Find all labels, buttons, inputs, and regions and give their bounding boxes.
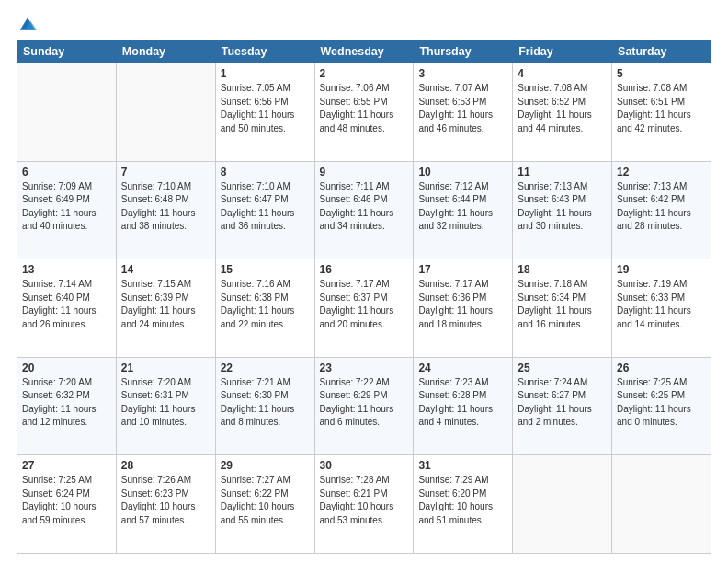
day-info: Sunrise: 7:28 AM Sunset: 6:21 PM Dayligh… — [320, 474, 409, 527]
calendar-page: SundayMondayTuesdayWednesdayThursdayFrid… — [0, 0, 728, 563]
calendar-cell: 15Sunrise: 7:16 AM Sunset: 6:38 PM Dayli… — [215, 259, 314, 358]
calendar-cell: 21Sunrise: 7:20 AM Sunset: 6:31 PM Dayli… — [116, 357, 215, 455]
calendar-header-row: SundayMondayTuesdayWednesdayThursdayFrid… — [17, 40, 711, 63]
calendar-cell: 8Sunrise: 7:10 AM Sunset: 6:47 PM Daylig… — [215, 161, 314, 259]
day-number: 1 — [221, 67, 310, 80]
calendar-table: SundayMondayTuesdayWednesdayThursdayFrid… — [17, 40, 711, 554]
day-number: 8 — [221, 166, 310, 178]
day-number: 14 — [121, 263, 210, 276]
calendar-cell: 16Sunrise: 7:17 AM Sunset: 6:37 PM Dayli… — [314, 259, 414, 358]
calendar-cell: 27Sunrise: 7:25 AM Sunset: 6:24 PM Dayli… — [17, 455, 117, 554]
calendar-cell: 10Sunrise: 7:12 AM Sunset: 6:44 PM Dayli… — [414, 161, 513, 259]
calendar-cell: 9Sunrise: 7:11 AM Sunset: 6:46 PM Daylig… — [314, 161, 414, 259]
day-info: Sunrise: 7:10 AM Sunset: 6:47 PM Dayligh… — [221, 180, 310, 234]
day-number: 23 — [320, 362, 409, 374]
day-info: Sunrise: 7:25 AM Sunset: 6:24 PM Dayligh… — [22, 474, 111, 527]
logo — [17, 15, 37, 32]
day-number: 3 — [418, 67, 507, 80]
day-number: 31 — [418, 459, 507, 472]
week-row-2: 6Sunrise: 7:09 AM Sunset: 6:49 PM Daylig… — [17, 161, 711, 259]
calendar-cell: 20Sunrise: 7:20 AM Sunset: 6:32 PM Dayli… — [17, 357, 117, 455]
day-info: Sunrise: 7:07 AM Sunset: 6:53 PM Dayligh… — [418, 82, 507, 135]
day-info: Sunrise: 7:26 AM Sunset: 6:23 PM Dayligh… — [121, 474, 210, 527]
day-number: 28 — [121, 459, 210, 472]
week-row-3: 13Sunrise: 7:14 AM Sunset: 6:40 PM Dayli… — [17, 259, 711, 358]
calendar-cell: 12Sunrise: 7:13 AM Sunset: 6:42 PM Dayli… — [612, 161, 711, 259]
day-info: Sunrise: 7:16 AM Sunset: 6:38 PM Dayligh… — [221, 278, 310, 331]
calendar-cell: 26Sunrise: 7:25 AM Sunset: 6:25 PM Dayli… — [612, 357, 711, 455]
calendar-cell: 19Sunrise: 7:19 AM Sunset: 6:33 PM Dayli… — [612, 259, 711, 358]
calendar-cell: 6Sunrise: 7:09 AM Sunset: 6:49 PM Daylig… — [17, 161, 117, 259]
week-row-4: 20Sunrise: 7:20 AM Sunset: 6:32 PM Dayli… — [17, 357, 711, 455]
day-number: 12 — [617, 166, 706, 178]
day-number: 11 — [518, 166, 607, 178]
calendar-cell: 11Sunrise: 7:13 AM Sunset: 6:43 PM Dayli… — [513, 161, 612, 259]
day-number: 9 — [320, 166, 409, 178]
logo-icon — [18, 15, 37, 33]
day-info: Sunrise: 7:15 AM Sunset: 6:39 PM Dayligh… — [121, 278, 210, 331]
calendar-cell — [116, 63, 215, 162]
day-header-sunday: Sunday — [17, 40, 117, 63]
day-info: Sunrise: 7:09 AM Sunset: 6:49 PM Dayligh… — [22, 180, 111, 234]
day-info: Sunrise: 7:17 AM Sunset: 6:36 PM Dayligh… — [418, 278, 507, 331]
day-number: 18 — [518, 263, 607, 276]
calendar-cell: 28Sunrise: 7:26 AM Sunset: 6:23 PM Dayli… — [116, 455, 215, 554]
day-number: 26 — [617, 362, 706, 374]
calendar-cell: 25Sunrise: 7:24 AM Sunset: 6:27 PM Dayli… — [513, 357, 612, 455]
day-info: Sunrise: 7:10 AM Sunset: 6:48 PM Dayligh… — [121, 180, 210, 234]
day-info: Sunrise: 7:25 AM Sunset: 6:25 PM Dayligh… — [617, 376, 706, 430]
day-info: Sunrise: 7:13 AM Sunset: 6:42 PM Dayligh… — [617, 180, 706, 234]
calendar-cell: 7Sunrise: 7:10 AM Sunset: 6:48 PM Daylig… — [116, 161, 215, 259]
calendar-cell: 2Sunrise: 7:06 AM Sunset: 6:55 PM Daylig… — [314, 63, 414, 162]
calendar-cell: 29Sunrise: 7:27 AM Sunset: 6:22 PM Dayli… — [215, 455, 314, 554]
day-info: Sunrise: 7:06 AM Sunset: 6:55 PM Dayligh… — [320, 82, 409, 135]
day-number: 17 — [418, 263, 507, 276]
calendar-cell: 1Sunrise: 7:05 AM Sunset: 6:56 PM Daylig… — [215, 63, 314, 162]
day-header-friday: Friday — [513, 40, 612, 63]
day-info: Sunrise: 7:08 AM Sunset: 6:52 PM Dayligh… — [518, 82, 607, 135]
week-row-1: 1Sunrise: 7:05 AM Sunset: 6:56 PM Daylig… — [17, 63, 711, 162]
day-number: 13 — [22, 263, 111, 276]
day-number: 25 — [518, 362, 607, 374]
day-info: Sunrise: 7:20 AM Sunset: 6:32 PM Dayligh… — [22, 376, 111, 430]
day-number: 27 — [22, 459, 111, 472]
day-number: 29 — [221, 459, 310, 472]
calendar-cell: 18Sunrise: 7:18 AM Sunset: 6:34 PM Dayli… — [513, 259, 612, 358]
calendar-cell — [612, 455, 711, 554]
calendar-cell: 4Sunrise: 7:08 AM Sunset: 6:52 PM Daylig… — [513, 63, 612, 162]
day-info: Sunrise: 7:17 AM Sunset: 6:37 PM Dayligh… — [320, 278, 409, 331]
calendar-cell — [17, 63, 117, 162]
day-info: Sunrise: 7:24 AM Sunset: 6:27 PM Dayligh… — [518, 376, 607, 430]
calendar-cell: 14Sunrise: 7:15 AM Sunset: 6:39 PM Dayli… — [116, 259, 215, 358]
day-number: 24 — [418, 362, 507, 374]
calendar-cell: 13Sunrise: 7:14 AM Sunset: 6:40 PM Dayli… — [17, 259, 117, 358]
day-number: 16 — [320, 263, 409, 276]
calendar-cell: 23Sunrise: 7:22 AM Sunset: 6:29 PM Dayli… — [314, 357, 414, 455]
day-info: Sunrise: 7:21 AM Sunset: 6:30 PM Dayligh… — [221, 376, 310, 430]
day-info: Sunrise: 7:12 AM Sunset: 6:44 PM Dayligh… — [418, 180, 507, 234]
day-info: Sunrise: 7:29 AM Sunset: 6:20 PM Dayligh… — [418, 474, 507, 527]
day-number: 30 — [320, 459, 409, 472]
day-info: Sunrise: 7:11 AM Sunset: 6:46 PM Dayligh… — [320, 180, 409, 234]
day-header-thursday: Thursday — [414, 40, 513, 63]
day-number: 20 — [22, 362, 111, 374]
day-info: Sunrise: 7:20 AM Sunset: 6:31 PM Dayligh… — [121, 376, 210, 430]
day-number: 10 — [418, 166, 507, 178]
day-header-tuesday: Tuesday — [215, 40, 314, 63]
day-header-saturday: Saturday — [612, 40, 711, 63]
day-number: 22 — [221, 362, 310, 374]
calendar-cell: 17Sunrise: 7:17 AM Sunset: 6:36 PM Dayli… — [414, 259, 513, 358]
day-number: 2 — [320, 67, 409, 80]
header — [17, 15, 711, 32]
day-info: Sunrise: 7:18 AM Sunset: 6:34 PM Dayligh… — [518, 278, 607, 331]
day-number: 4 — [518, 67, 607, 80]
day-number: 6 — [22, 166, 111, 178]
day-info: Sunrise: 7:13 AM Sunset: 6:43 PM Dayligh… — [518, 180, 607, 234]
calendar-cell: 30Sunrise: 7:28 AM Sunset: 6:21 PM Dayli… — [314, 455, 414, 554]
calendar-cell: 31Sunrise: 7:29 AM Sunset: 6:20 PM Dayli… — [414, 455, 513, 554]
day-number: 5 — [617, 67, 706, 80]
day-info: Sunrise: 7:23 AM Sunset: 6:28 PM Dayligh… — [418, 376, 507, 430]
calendar-cell: 22Sunrise: 7:21 AM Sunset: 6:30 PM Dayli… — [215, 357, 314, 455]
day-info: Sunrise: 7:27 AM Sunset: 6:22 PM Dayligh… — [221, 474, 310, 527]
day-info: Sunrise: 7:19 AM Sunset: 6:33 PM Dayligh… — [617, 278, 706, 331]
